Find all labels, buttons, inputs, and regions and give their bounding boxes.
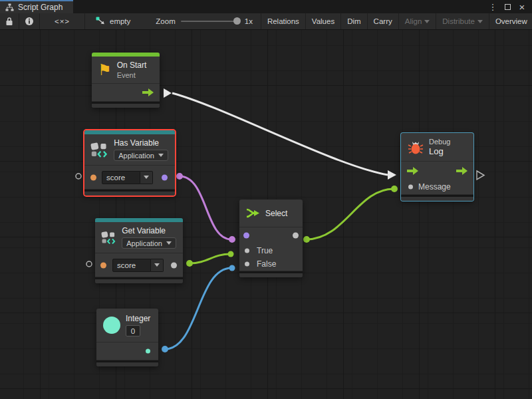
chevron-down-icon — [166, 241, 172, 245]
tab-script-graph[interactable]: Script Graph — [0, 0, 73, 13]
tab-bar: Script Graph ⋮ × — [0, 0, 532, 13]
node-footer — [401, 195, 473, 201]
value-input-port[interactable] — [100, 262, 106, 268]
tab-title: Script Graph — [18, 3, 63, 12]
value-output-port[interactable] — [171, 262, 177, 268]
chevron-down-icon — [477, 20, 483, 23]
button-label: Align — [405, 17, 422, 25]
menu-icon[interactable]: ⋮ — [487, 1, 499, 13]
unconnected-port-ring[interactable] — [76, 174, 81, 179]
carry-button[interactable]: Carry — [368, 13, 399, 29]
flow-arrowhead — [388, 170, 396, 180]
node-select[interactable]: Select True False — [239, 200, 303, 277]
integer-value-input[interactable]: 0 — [126, 325, 140, 336]
lock-button[interactable] — [0, 13, 19, 29]
node-title: Integer — [126, 314, 150, 323]
button-label: Relations — [267, 17, 299, 25]
node-footer — [92, 102, 160, 108]
node-debug-log[interactable]: Debug Log Message — [401, 133, 473, 201]
overview-button[interactable]: Overview — [489, 13, 532, 29]
wire-endpoint — [176, 173, 183, 180]
wire-flow-onstart-debuglog — [172, 93, 388, 175]
button-label: Carry — [374, 17, 392, 25]
value-input-port[interactable] — [90, 174, 96, 180]
node-footer — [96, 360, 158, 366]
node-has-variable[interactable]: Has Variable Application score — [84, 130, 175, 196]
wire-endpoint — [303, 236, 310, 243]
wire-endpoint — [228, 251, 234, 257]
connection-pointer-icon — [96, 17, 106, 26]
wire-endpoint — [229, 236, 235, 243]
false-input-port[interactable] — [245, 262, 249, 267]
info-icon — [25, 17, 34, 26]
graph-toolbar: <×> empty Zoom 1x Relations Values Dim C… — [0, 13, 532, 30]
variable-name-value[interactable]: score — [102, 171, 140, 184]
flow-start-triangle — [164, 88, 172, 98]
dim-button[interactable]: Dim — [341, 13, 367, 29]
flow-input-port[interactable] — [407, 167, 418, 175]
close-icon[interactable]: × — [516, 1, 528, 13]
value-output-port[interactable] — [162, 174, 168, 180]
flow-output-port[interactable] — [456, 167, 467, 175]
pointer-status-label: empty — [110, 17, 130, 25]
node-footer — [84, 190, 175, 196]
align-button[interactable]: Align — [399, 13, 437, 29]
variable-name-value[interactable]: score — [112, 259, 151, 272]
button-label: Dim — [347, 17, 360, 25]
graph-icon — [5, 3, 14, 11]
toolbar-buttons: Relations Values Dim Carry Align Distrib… — [261, 13, 532, 29]
maximize-box — [505, 4, 511, 10]
lock-icon — [5, 17, 13, 26]
graph-canvas[interactable]: ⚑ On Start Event — [0, 30, 532, 399]
unconnected-flow-triangle[interactable] — [477, 171, 484, 180]
chevron-down-icon — [158, 154, 164, 157]
variable-scope-dropdown[interactable]: Application — [114, 150, 168, 161]
variables-icon — [101, 229, 116, 246]
chevron-down-icon[interactable] — [151, 259, 164, 272]
code-preview-button[interactable]: <×> — [40, 13, 85, 29]
port-label-true: True — [257, 246, 273, 255]
unconnected-port-ring[interactable] — [86, 261, 92, 267]
node-on-start[interactable]: ⚑ On Start Event — [92, 53, 160, 108]
node-get-variable[interactable]: Get Variable Application score — [95, 218, 183, 283]
value-output-port[interactable] — [146, 349, 150, 354]
pointer-status: empty — [85, 13, 137, 29]
variable-name-dropdown[interactable]: score — [102, 171, 153, 184]
node-title: On Start — [117, 61, 147, 70]
wire-endpoint — [162, 346, 168, 352]
wire-endpoint — [186, 260, 193, 267]
variable-scope-dropdown[interactable]: Application — [122, 237, 176, 249]
maximize-icon[interactable] — [501, 1, 513, 13]
inspect-button[interactable] — [19, 13, 40, 29]
button-label: Distribute — [442, 17, 475, 25]
node-footer — [95, 277, 183, 283]
node-title: Log — [429, 146, 450, 156]
zoom-value: 1x — [245, 17, 253, 25]
values-button[interactable]: Values — [306, 13, 341, 29]
zoom-slider-handle[interactable] — [233, 17, 241, 25]
zoom-label: Zoom — [156, 17, 175, 25]
selection-output-port[interactable] — [293, 233, 299, 239]
true-input-port[interactable] — [245, 248, 249, 253]
chevron-down-icon — [424, 20, 430, 23]
script-graph-window: Script Graph ⋮ × <×> — [0, 0, 532, 399]
variable-name-dropdown[interactable]: score — [112, 259, 164, 272]
variables-icon — [90, 142, 108, 158]
integer-icon — [103, 317, 120, 334]
selector-input-port[interactable] — [243, 233, 249, 239]
zoom-slider[interactable] — [181, 21, 239, 22]
node-title: Select — [265, 209, 287, 218]
relations-button[interactable]: Relations — [261, 13, 306, 29]
scope-label: Application — [118, 152, 154, 160]
node-footer — [239, 271, 303, 277]
message-input-port[interactable] — [408, 185, 413, 190]
node-category: Debug — [429, 138, 450, 146]
chevron-down-icon[interactable] — [140, 171, 153, 184]
node-integer[interactable]: Integer 0 — [96, 309, 158, 366]
wire-endpoint — [391, 186, 398, 192]
node-title: Get Variable — [122, 226, 176, 235]
distribute-button[interactable]: Distribute — [436, 13, 489, 29]
bug-icon — [408, 139, 424, 155]
wire-hasvariable-select — [180, 176, 231, 239]
flow-output-port[interactable] — [142, 88, 154, 96]
